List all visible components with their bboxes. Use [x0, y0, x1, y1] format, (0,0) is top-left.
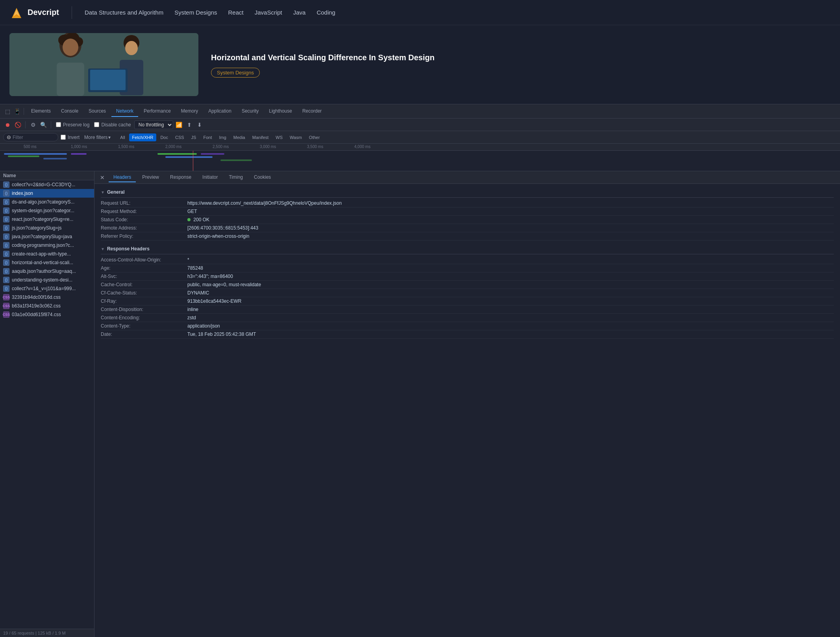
upload-icon[interactable]: ⬆	[185, 120, 194, 129]
nav-link-react[interactable]: React	[228, 9, 244, 16]
device-toolbar-icon[interactable]: 📱	[13, 107, 21, 116]
tbar-4	[71, 153, 87, 155]
tab-sources[interactable]: Sources	[84, 106, 111, 117]
response-headers-section-header[interactable]: ▼ Response Headers	[101, 244, 834, 254]
request-item-index-json[interactable]: {} index.json	[0, 189, 94, 198]
more-filters-button[interactable]: More filters ▾	[82, 134, 113, 141]
nav-link-js[interactable]: JavaScript	[255, 9, 282, 16]
request-item-js[interactable]: {} js.json?categorySlug=js	[0, 224, 94, 232]
inspector-icon[interactable]: ⬚	[3, 107, 12, 116]
req-icon-fetch: {}	[3, 233, 9, 240]
clear-button[interactable]: 🚫	[13, 120, 22, 129]
request-item-system-design[interactable]: {} system-design.json?categor...	[0, 206, 94, 215]
request-item-aaquib[interactable]: {} aaquib.json?authorSlug=aaq...	[0, 267, 94, 276]
header-value: public, max-age=0, must-revalidate	[187, 282, 261, 287]
main-split: Name {} collect?v=2&tid=G-CC3DYQ... {} i…	[0, 171, 840, 637]
tab-memory[interactable]: Memory	[176, 106, 203, 117]
tab-elements[interactable]: Elements	[26, 106, 56, 117]
timeline-bars	[0, 151, 840, 171]
filter-input[interactable]	[13, 135, 52, 140]
preserve-log-checkbox[interactable]	[56, 122, 61, 127]
tick-1000: 1,000 ms	[71, 144, 87, 149]
article-category-badge[interactable]: System Designs	[211, 68, 260, 78]
tab-recorder[interactable]: Recorder	[298, 106, 326, 117]
detail-tab-preview[interactable]: Preview	[137, 173, 164, 182]
tbar-8	[220, 159, 252, 161]
search-icon[interactable]: 🔍	[39, 120, 48, 129]
disable-cache-checkbox[interactable]	[94, 122, 99, 127]
type-manifest[interactable]: Manifest	[249, 133, 272, 141]
header-key: Status Code:	[101, 217, 187, 222]
request-item-collect2[interactable]: {} collect?v=1&_v=j101&a=999...	[0, 284, 94, 293]
throttle-select[interactable]: No throttling	[134, 120, 173, 129]
detail-tab-response[interactable]: Response	[165, 173, 196, 182]
req-icon-fetch: {}	[3, 277, 9, 283]
wifi-icon[interactable]: 📶	[175, 120, 183, 129]
disable-cache-label[interactable]: Disable cache	[94, 122, 131, 128]
type-doc[interactable]: Doc	[157, 133, 171, 141]
tick-2500: 2,500 ms	[213, 144, 229, 149]
tab-network[interactable]: Network	[111, 106, 138, 117]
request-item-collect1[interactable]: {} collect?v=2&tid=G-CC3DYQ...	[0, 180, 94, 189]
nav-link-java[interactable]: Java	[293, 9, 306, 16]
record-stop-button[interactable]: ⏺	[3, 120, 12, 129]
detail-tab-headers[interactable]: Headers	[109, 173, 136, 182]
header-row-age: Age: 785248	[101, 264, 834, 272]
detail-content[interactable]: ▼ General Request URL: https://www.devcr…	[94, 184, 840, 637]
request-item-react[interactable]: {} react.json?categorySlug=re...	[0, 215, 94, 224]
request-item-css1[interactable]: CSS 32391b94dc00f16d.css	[0, 293, 94, 302]
header-row-method: Request Method: GET	[101, 207, 834, 216]
type-img[interactable]: Img	[216, 133, 229, 141]
req-name: 32391b94dc00f16d.css	[12, 294, 91, 300]
type-css[interactable]: CSS	[172, 133, 187, 141]
general-section-header[interactable]: ▼ General	[101, 187, 834, 198]
download-icon[interactable]: ⬇	[195, 120, 204, 129]
timeline-cursor	[193, 151, 193, 171]
type-font[interactable]: Font	[200, 133, 215, 141]
request-list-body[interactable]: {} collect?v=2&tid=G-CC3DYQ... {} index.…	[0, 180, 94, 629]
header-value: [2606:4700:3035::6815:5453]:443	[187, 225, 258, 231]
type-all[interactable]: All	[117, 133, 128, 141]
header-value: inline	[187, 307, 198, 312]
tab-security[interactable]: Security	[237, 106, 263, 117]
detail-tab-initiator[interactable]: Initiator	[198, 173, 222, 182]
type-other[interactable]: Other	[306, 133, 323, 141]
type-fetch-xhr[interactable]: Fetch/XHR	[129, 133, 157, 141]
tab-console[interactable]: Console	[56, 106, 83, 117]
timeline-ruler: 500 ms 1,000 ms 1,500 ms 2,000 ms 2,500 …	[0, 144, 840, 151]
svg-rect-10	[57, 63, 84, 96]
request-item-java[interactable]: {} java.json?categorySlug=java	[0, 232, 94, 241]
nav-link-coding[interactable]: Coding	[316, 9, 335, 16]
filter-icon[interactable]: ⚙	[29, 120, 37, 129]
type-media[interactable]: Media	[230, 133, 248, 141]
tab-lighthouse[interactable]: Lighthouse	[264, 106, 297, 117]
req-icon-fetch: {}	[3, 251, 9, 257]
req-icon-fetch: {}	[3, 181, 9, 188]
nav-link-dsa[interactable]: Data Structures and Algorithm	[85, 9, 163, 16]
invert-checkbox[interactable]	[61, 135, 66, 140]
request-item-css2[interactable]: CSS b63a1f3419e3c062.css	[0, 302, 94, 310]
invert-label[interactable]: Invert	[61, 135, 80, 140]
tab-performance[interactable]: Performance	[139, 106, 176, 117]
request-item-coding[interactable]: {} coding-programming.json?c...	[0, 241, 94, 250]
timeline-area[interactable]: 500 ms 1,000 ms 1,500 ms 2,000 ms 2,500 …	[0, 144, 840, 171]
request-item-css3[interactable]: CSS 03a1e00dd615f874.css	[0, 310, 94, 319]
header-key: Request Method:	[101, 209, 187, 214]
request-item-ds-algo[interactable]: {} ds-and-algo.json?categoryS...	[0, 198, 94, 206]
nav-link-system-design[interactable]: System Designs	[174, 9, 217, 16]
request-item-understanding[interactable]: {} understanding-system-desi...	[0, 276, 94, 284]
detail-tab-cookies[interactable]: Cookies	[249, 173, 276, 182]
svg-rect-16	[90, 70, 126, 90]
detail-tab-timing[interactable]: Timing	[224, 173, 248, 182]
request-item-create-react[interactable]: {} create-react-app-with-type...	[0, 250, 94, 258]
svg-point-9	[63, 39, 78, 56]
close-detail-button[interactable]: ✕	[98, 174, 107, 181]
type-ws[interactable]: WS	[272, 133, 286, 141]
type-js[interactable]: JS	[188, 133, 200, 141]
request-item-horizontal[interactable]: {} horizontal-and-vertical-scali...	[0, 258, 94, 267]
req-name: b63a1f3419e3c062.css	[12, 303, 91, 309]
preserve-log-label[interactable]: Preserve log	[56, 122, 89, 128]
type-wasm[interactable]: Wasm	[287, 133, 305, 141]
req-icon-fetch: {}	[3, 225, 9, 231]
tab-application[interactable]: Application	[204, 106, 236, 117]
